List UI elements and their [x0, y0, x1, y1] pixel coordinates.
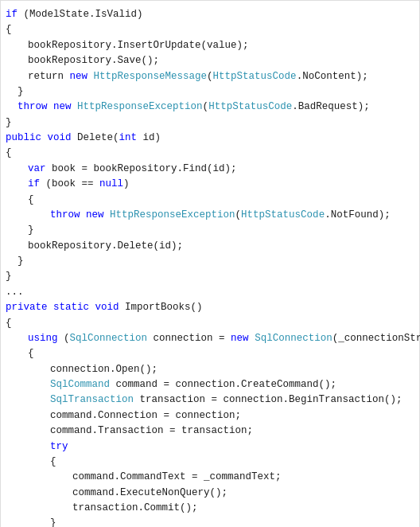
code-token: int [119, 131, 138, 146]
code-token: ImportBooks() [119, 300, 203, 315]
table-row: if (book == null) [6, 177, 414, 192]
code-token: } [6, 269, 12, 284]
code-token: book = bookRepository.Find(id); [46, 162, 237, 177]
code-token: command = connection.CreateCommand(); [110, 377, 336, 392]
table-row: throw new HttpResponseException(HttpStat… [6, 100, 414, 115]
code-token: ( [58, 331, 70, 346]
code-token: } [50, 516, 56, 527]
table-row: connection.Open(); [6, 362, 414, 377]
code-token: ( [207, 69, 213, 84]
code-token [41, 131, 48, 146]
code-token: transaction.Commit(); [72, 501, 198, 516]
code-token [249, 331, 255, 346]
code-token: HttpStatusCode [241, 208, 325, 223]
code-token: { [6, 316, 12, 331]
table-row: { [6, 146, 414, 161]
table-row: { [6, 346, 414, 361]
code-token: SqlConnection [255, 331, 332, 346]
table-row: bookRepository.InsertOrUpdate(value); [6, 38, 414, 53]
code-token: public [6, 131, 41, 146]
table-row: } [6, 269, 414, 284]
code-token: try [50, 439, 68, 455]
code-token [48, 100, 54, 115]
code-token: SqlConnection [70, 331, 148, 346]
code-token: ( [235, 208, 242, 223]
code-token: HttpResponseException [110, 208, 235, 223]
code-token: { [6, 22, 12, 37]
code-token: connection = [147, 331, 231, 346]
code-token: static [53, 300, 89, 315]
code-container: if (ModelState.IsValid){bookRepository.I… [0, 0, 420, 527]
table-row: var book = bookRepository.Find(id); [6, 162, 414, 177]
code-token: } [6, 115, 12, 131]
code-token: SqlCommand [50, 377, 110, 392]
code-token: HttpStatusCode [208, 100, 292, 115]
code-token: command.ExecuteNonQuery(); [72, 486, 228, 501]
code-token: { [28, 346, 34, 361]
code-token: command.Connection = connection; [50, 408, 241, 424]
code-token: bookRepository.InsertOrUpdate(value); [28, 38, 249, 53]
table-row: if (ModelState.IsValid) [6, 7, 414, 22]
code-token: { [28, 193, 34, 208]
code-token: void [95, 300, 119, 315]
table-row: command.CommandText = _commandText; [6, 470, 414, 485]
table-row: bookRepository.Delete(id); [6, 239, 414, 254]
code-token: (ModelState.IsValid) [18, 7, 143, 22]
code-block: if (ModelState.IsValid){bookRepository.I… [6, 7, 414, 527]
table-row: { [6, 22, 414, 37]
table-row: } [6, 254, 414, 269]
table-row: SqlCommand command = connection.CreateCo… [6, 377, 414, 392]
code-token: bookRepository.Delete(id); [28, 239, 183, 254]
code-token: ... [6, 285, 24, 300]
code-token: } [28, 223, 34, 238]
table-row: { [6, 455, 414, 470]
table-row: } [6, 115, 414, 131]
code-token: } [6, 254, 24, 269]
code-token: throw [50, 208, 80, 223]
code-token: HttpResponseMessage [94, 69, 208, 84]
code-token: id) [137, 131, 161, 146]
code-token [80, 208, 87, 223]
table-row: public void Delete(int id) [6, 131, 414, 146]
code-token: new [70, 69, 88, 84]
table-row: command.Transaction = transaction; [6, 424, 414, 439]
code-token: private [6, 300, 48, 315]
code-token: throw [18, 100, 48, 115]
code-token [48, 300, 54, 315]
code-token: void [48, 131, 72, 146]
code-token: if [6, 7, 18, 22]
code-token: (book == [40, 177, 99, 192]
code-token: (_connectionString)) [332, 331, 420, 346]
code-token: bookRepository.Save(); [28, 53, 159, 68]
code-token: .NotFound); [325, 208, 391, 223]
code-token: new [86, 208, 104, 223]
code-token [104, 208, 111, 223]
code-token: HttpResponseException [77, 100, 203, 115]
table-row: { [6, 316, 414, 331]
code-token: using [28, 331, 58, 346]
code-token: return [28, 69, 70, 84]
code-token: if [28, 177, 40, 192]
code-token: .BadRequest); [292, 100, 370, 115]
code-token: ) [123, 177, 130, 192]
code-token: command.CommandText = _commandText; [72, 470, 282, 485]
code-token: command.Transaction = transaction; [50, 424, 253, 439]
table-row: try [6, 439, 414, 455]
table-row: command.Connection = connection; [6, 408, 414, 424]
table-row: } [6, 84, 414, 100]
table-row: command.ExecuteNonQuery(); [6, 486, 414, 501]
code-token [72, 100, 78, 115]
code-token: connection.Open(); [50, 362, 158, 377]
code-token [88, 69, 94, 84]
code-token: { [50, 455, 56, 470]
code-token: SqlTransaction [50, 392, 134, 408]
table-row: using (SqlConnection connection = new Sq… [6, 331, 414, 346]
code-token: transaction = connection.BeginTransactio… [134, 392, 402, 408]
table-row: { [6, 193, 414, 208]
code-token: ( [203, 100, 209, 115]
code-token [89, 300, 95, 315]
code-token: HttpStatusCode [213, 69, 297, 84]
code-token: { [6, 146, 12, 161]
code-token: } [6, 84, 24, 100]
table-row: throw new HttpResponseException(HttpStat… [6, 208, 414, 223]
